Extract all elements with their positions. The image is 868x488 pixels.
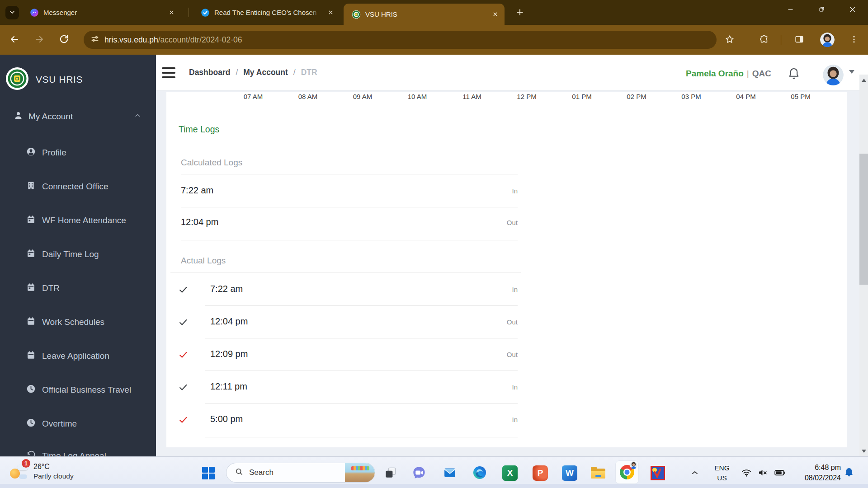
check-icon xyxy=(178,285,188,295)
chat-video-icon xyxy=(412,465,426,481)
taskbar-search[interactable]: Search xyxy=(226,463,375,483)
wifi-button[interactable] xyxy=(738,461,755,485)
site-settings-icon xyxy=(90,34,99,45)
bookmark-star-button[interactable] xyxy=(721,31,738,48)
forward-button[interactable] xyxy=(31,31,48,48)
dtr-card: 07 AM 08 AM 09 AM 10 AM 11 AM 12 PM 01 P… xyxy=(166,92,847,447)
taskbar-clock[interactable]: 6:48 pm 08/02/2024 xyxy=(792,462,841,483)
divider xyxy=(181,207,518,207)
task-view-button[interactable] xyxy=(380,461,401,485)
timeline-hour-label: 03 PM xyxy=(681,93,701,100)
weather-icon: 1 xyxy=(9,461,29,481)
divider xyxy=(181,174,518,174)
browser-menu-button[interactable] xyxy=(845,31,863,48)
divider xyxy=(205,371,518,371)
language-switcher[interactable]: ENG US xyxy=(710,462,734,484)
clock-icon xyxy=(26,418,36,430)
user-name[interactable]: Pamela Oraño xyxy=(686,69,744,78)
sidebar-item-official-business-travel[interactable]: Official Business Travel xyxy=(0,380,156,400)
sidebar-item-my-account[interactable]: My Account xyxy=(0,106,156,127)
powerpoint-button[interactable]: P xyxy=(529,461,551,485)
volume-muted-button[interactable] xyxy=(755,461,771,485)
kebab-menu-icon xyxy=(849,35,859,45)
divider xyxy=(181,240,518,240)
breadcrumb-dtr: DTR xyxy=(301,68,317,77)
edge-browser-button[interactable] xyxy=(469,461,491,485)
mail-button[interactable] xyxy=(439,461,461,485)
new-tab-button[interactable] xyxy=(514,6,526,19)
web-page: VSU HRIS My Account Profile xyxy=(0,55,868,456)
sidebar-item-label: WF Home Attendance xyxy=(42,216,126,225)
extensions-button[interactable] xyxy=(755,31,773,48)
sidebar-brand[interactable]: VSU HRIS xyxy=(5,67,83,92)
calculated-logs-heading: Calculated Logs xyxy=(181,158,242,168)
check-icon xyxy=(178,382,188,392)
sidebar-item-profile[interactable]: Profile xyxy=(0,143,156,163)
page-scrollbar[interactable] xyxy=(859,75,868,456)
address-bar[interactable]: hris.vsu.edu.ph/account/dtr/2024-02-06 xyxy=(84,31,717,49)
browser-tab-vsu-hris[interactable]: VSU HRIS xyxy=(344,4,505,25)
word-button[interactable]: W xyxy=(559,461,580,485)
sidebar-item-label: Time Log Appeal xyxy=(42,451,106,456)
tab-search-button[interactable] xyxy=(5,6,19,19)
tray-expand-button[interactable] xyxy=(686,461,704,485)
chevron-down-icon xyxy=(9,9,16,17)
sidebar-item-overtime[interactable]: Overtime xyxy=(0,414,156,434)
notifications-button[interactable] xyxy=(786,66,802,82)
sidebar-item-daily-time-log[interactable]: Daily Time Log xyxy=(0,244,156,264)
tab-close-button[interactable] xyxy=(166,8,176,18)
sidebar-item-label: DTR xyxy=(42,283,60,293)
weather-widget[interactable]: 1 26°C Partly cloudy xyxy=(9,461,74,481)
vsu-logo-icon xyxy=(5,67,29,92)
active-app-indicator xyxy=(622,484,632,486)
scrollbar-thumb[interactable] xyxy=(859,154,868,285)
toolbar-divider xyxy=(781,35,781,45)
reload-button[interactable] xyxy=(55,31,72,48)
building-icon xyxy=(26,181,36,192)
side-panel-icon xyxy=(794,34,804,46)
log-direction: In xyxy=(490,383,518,391)
user-avatar[interactable] xyxy=(823,65,844,85)
hamburger-menu-button[interactable] xyxy=(162,67,177,78)
window-close-button[interactable] xyxy=(841,0,864,20)
sidebar-item-dtr[interactable]: DTR xyxy=(0,278,156,298)
sidebar-item-work-schedules[interactable]: Work Schedules xyxy=(0,312,156,332)
scrollbar-down-button[interactable] xyxy=(859,446,868,455)
check-icon-flagged xyxy=(178,415,188,425)
window-minimize-button[interactable] xyxy=(778,0,802,20)
avatar-dropdown-caret[interactable] xyxy=(849,70,854,74)
battery-button[interactable] xyxy=(771,461,789,485)
sidebar-item-connected-office[interactable]: Connected Office xyxy=(0,177,156,197)
teams-chat-button[interactable] xyxy=(408,461,430,485)
browser-profile-button[interactable] xyxy=(819,31,836,48)
notification-center-button[interactable] xyxy=(840,461,858,485)
sidebar-item-leave-application[interactable]: Leave Application xyxy=(0,346,156,366)
excel-button[interactable]: X xyxy=(499,461,521,485)
browser-tab-story[interactable]: Read The Enticing CEO’s Chosen xyxy=(193,0,340,25)
calendar-icon xyxy=(26,282,36,294)
browser-tab-messenger[interactable]: Messenger xyxy=(22,0,181,25)
sidebar-item-wf-home-attendance[interactable]: WF Home Attendance xyxy=(0,211,156,230)
side-panel-button[interactable] xyxy=(791,31,808,48)
window-restore-button[interactable] xyxy=(810,0,833,20)
taskbar: 1 26°C Partly cloudy Search xyxy=(0,456,868,488)
back-button[interactable] xyxy=(6,31,23,48)
start-button[interactable] xyxy=(198,461,219,485)
photo-app-button[interactable] xyxy=(647,461,669,485)
tab-close-button[interactable] xyxy=(490,9,500,19)
tab-close-button[interactable] xyxy=(326,8,335,18)
breadcrumb-my-account[interactable]: My Account xyxy=(243,68,288,77)
chrome-button-active[interactable] xyxy=(615,460,639,484)
timeline-hour-label: 08 AM xyxy=(298,93,318,100)
search-label: Search xyxy=(249,468,340,477)
wifi-icon xyxy=(741,467,752,479)
brand-name: VSU HRIS xyxy=(36,74,83,85)
page-header: Dashboard / My Account / DTR Pamela Orañ… xyxy=(156,55,868,90)
sidebar-item-time-log-appeal[interactable]: Time Log Appeal xyxy=(0,446,156,456)
chevron-up-icon xyxy=(690,468,699,479)
breadcrumb-dashboard[interactable]: Dashboard xyxy=(189,68,230,77)
bell-icon xyxy=(787,75,801,82)
timeline-hour-label: 04 PM xyxy=(736,93,755,100)
scrollbar-up-button[interactable] xyxy=(859,75,868,84)
file-explorer-button[interactable] xyxy=(587,461,609,485)
